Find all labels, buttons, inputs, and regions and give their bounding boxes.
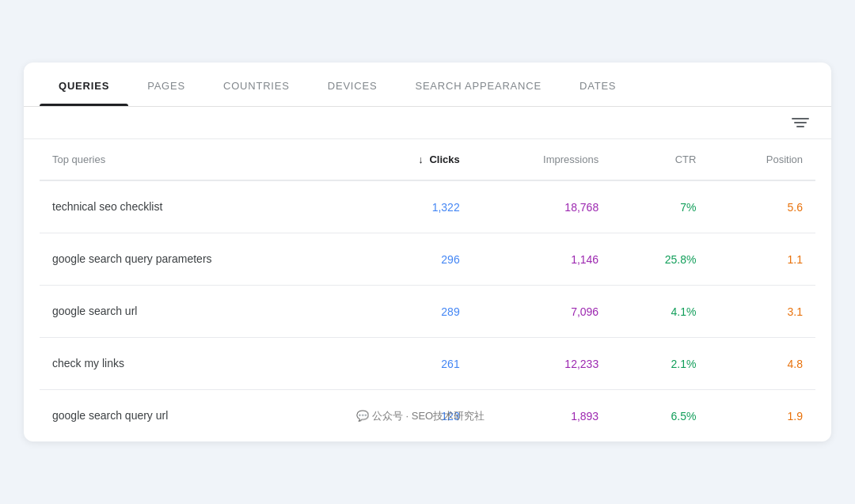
cell-clicks: 1,322 xyxy=(358,180,473,233)
cell-ctr: 7% xyxy=(611,180,709,233)
main-card: QUERIES PAGES COUNTRIES DEVICES SEARCH A… xyxy=(24,63,831,441)
cell-impressions: 7,096 xyxy=(473,286,611,338)
cell-impressions: 1,146 xyxy=(473,233,611,286)
cell-position: 5.6 xyxy=(709,180,815,233)
cell-position: 1.1 xyxy=(709,233,815,286)
cell-ctr: 2.1% xyxy=(611,338,709,390)
cell-impressions: 18,768 xyxy=(473,180,611,233)
sort-arrow-icon: ↓ xyxy=(418,153,424,165)
cell-position: 3.1 xyxy=(709,286,815,338)
table-row: technical seo checklist1,32218,7687%5.6 xyxy=(40,180,815,233)
tab-search-appearance[interactable]: SEARCH APPEARANCE xyxy=(396,63,560,106)
cell-clicks: 123 xyxy=(358,390,473,442)
data-table-wrapper: Top queries ↓ Clicks Impressions CTR Pos… xyxy=(24,139,831,441)
filter-bar xyxy=(24,107,831,139)
cell-query[interactable]: google search query url xyxy=(40,390,358,442)
cell-position: 1.9 xyxy=(709,390,815,442)
table-row: google search query url1231,893 💬 公众号 · … xyxy=(40,390,815,442)
col-header-position[interactable]: Position xyxy=(709,139,815,180)
tab-devices[interactable]: DEVICES xyxy=(309,63,397,106)
tab-queries[interactable]: QUERIES xyxy=(40,63,128,106)
tab-dates[interactable]: DATES xyxy=(560,63,635,106)
col-header-ctr[interactable]: CTR xyxy=(611,139,709,180)
table-row: check my links26112,2332.1%4.8 xyxy=(40,338,815,390)
tab-pages[interactable]: PAGES xyxy=(128,63,204,106)
cell-ctr: 6.5% xyxy=(611,390,709,442)
cell-clicks: 289 xyxy=(358,286,473,338)
col-header-clicks[interactable]: ↓ Clicks xyxy=(358,139,473,180)
cell-impressions: 12,233 xyxy=(473,338,611,390)
cell-ctr: 4.1% xyxy=(611,286,709,338)
tab-countries[interactable]: COUNTRIES xyxy=(204,63,309,106)
cell-position: 4.8 xyxy=(709,338,815,390)
cell-query[interactable]: technical seo checklist xyxy=(40,180,358,233)
cell-query[interactable]: check my links xyxy=(40,338,358,390)
table-row: google search url2897,0964.1%3.1 xyxy=(40,286,815,338)
cell-clicks: 261 xyxy=(358,338,473,390)
cell-query[interactable]: google search url xyxy=(40,286,358,338)
cell-impressions: 1,893 💬 公众号 · SEO技术研究社 xyxy=(473,390,611,442)
queries-table: Top queries ↓ Clicks Impressions CTR Pos… xyxy=(40,139,815,441)
tab-bar: QUERIES PAGES COUNTRIES DEVICES SEARCH A… xyxy=(24,63,831,107)
col-header-query: Top queries xyxy=(40,139,358,180)
cell-clicks: 296 xyxy=(358,233,473,286)
table-row: google search query parameters2961,14625… xyxy=(40,233,815,286)
cell-ctr: 25.8% xyxy=(611,233,709,286)
col-header-impressions[interactable]: Impressions xyxy=(473,139,611,180)
cell-query[interactable]: google search query parameters xyxy=(40,233,358,286)
filter-button[interactable] xyxy=(792,118,809,127)
